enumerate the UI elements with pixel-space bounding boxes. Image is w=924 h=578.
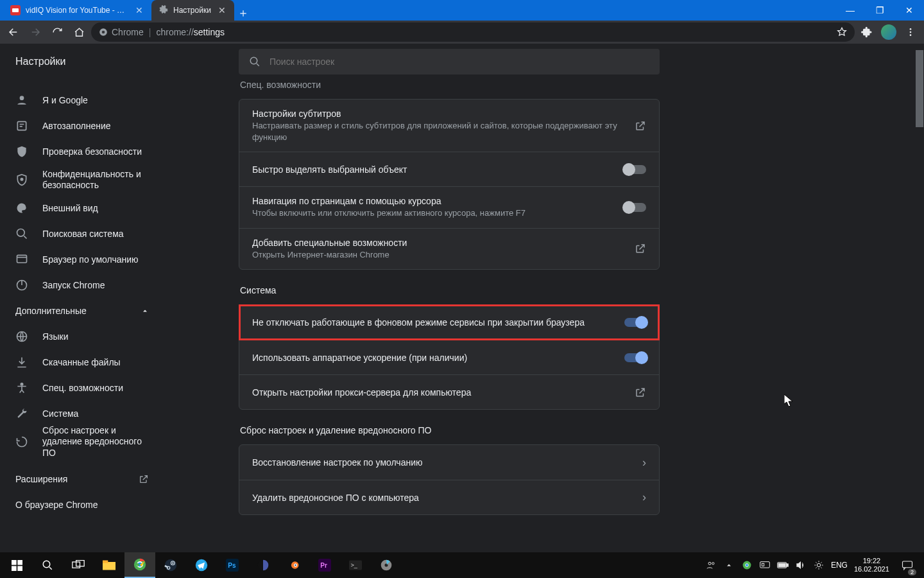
browser-tab-vidiq[interactable]: vidIQ Vision for YouTube - Инте ✕: [4, 0, 151, 21]
svg-point-4: [910, 28, 912, 30]
svg-point-10: [21, 179, 22, 180]
tray-chrome-icon[interactable]: [741, 559, 753, 571]
system-row[interactable]: Не отключать работающие в фоновом режиме…: [239, 305, 659, 340]
svg-point-45: [712, 563, 714, 565]
browser-menu-button[interactable]: [901, 22, 920, 42]
address-bar[interactable]: Chrome | chrome://settings: [91, 22, 855, 42]
svg-rect-19: [17, 566, 22, 571]
toggle-switch[interactable]: [624, 318, 646, 327]
tray-battery-icon[interactable]: [777, 559, 789, 571]
tray-people-icon[interactable]: [705, 559, 717, 571]
reset-row[interactable]: Удалить вредоносное ПО с компьютера›: [239, 480, 659, 514]
sidebar-item-label: Расширения: [15, 474, 67, 484]
taskbar-app-disc[interactable]: [371, 552, 402, 578]
accessibility-row[interactable]: Добавить специальные возможностиОткрыть …: [239, 228, 659, 270]
gear-icon: [158, 5, 168, 15]
taskbar-app-steam[interactable]: [155, 552, 186, 578]
start-button[interactable]: [1, 552, 32, 578]
toggle-switch[interactable]: [624, 353, 646, 362]
taskbar-app-cinema4d[interactable]: [248, 552, 278, 578]
nav-back-button[interactable]: [4, 22, 23, 42]
reset-row[interactable]: Восстановление настроек по умолчанию›: [239, 445, 659, 480]
download-icon: [15, 356, 28, 369]
nav-home-button[interactable]: [69, 22, 89, 42]
settings-search-input[interactable]: [270, 57, 649, 67]
tray-volume-icon[interactable]: [795, 559, 807, 571]
sidebar-item-label: Внешний вид: [42, 203, 98, 213]
sidebar-item-autofill[interactable]: Автозаполнение: [0, 113, 164, 139]
window-minimize-button[interactable]: —: [835, 0, 865, 21]
sidebar-item-appearance[interactable]: Внешний вид: [0, 195, 164, 221]
card-system: Не отключать работающие в фоновом режиме…: [239, 304, 660, 410]
taskbar-search-button[interactable]: [32, 552, 63, 578]
search-icon: [15, 227, 28, 240]
sidebar-item-languages[interactable]: Языки: [0, 324, 164, 349]
sidebar-item-system[interactable]: Система: [0, 401, 164, 426]
sidebar-advanced-toggle[interactable]: Дополнительные: [0, 298, 164, 324]
accessibility-row[interactable]: Навигация по страницам с помощью курсора…: [239, 186, 659, 228]
sidebar-item-you-and-google[interactable]: Я и Google: [0, 87, 164, 113]
extensions-button[interactable]: [857, 22, 877, 42]
task-view-button[interactable]: [63, 552, 94, 578]
svg-point-5: [910, 31, 912, 33]
system-row[interactable]: Использовать аппаратное ускорение (при н…: [239, 340, 659, 374]
taskbar-app-explorer[interactable]: [94, 552, 124, 578]
browser-tab-settings[interactable]: Настройки ✕: [151, 0, 234, 21]
window-maximize-button[interactable]: ❐: [865, 0, 894, 21]
card-reset: Восстановление настроек по умолчанию›Уда…: [239, 444, 660, 515]
nav-forward-button[interactable]: [26, 22, 45, 42]
svg-point-27: [165, 559, 176, 571]
sidebar-item-privacy[interactable]: Конфиденциальность и безопасность: [0, 164, 164, 195]
bookmark-star-icon[interactable]: [837, 27, 847, 37]
tray-brightness-icon[interactable]: [813, 559, 825, 571]
accessibility-row[interactable]: Настройки субтитровНастраивать размер и …: [239, 100, 659, 152]
tray-language-label[interactable]: ENG: [831, 561, 848, 570]
browser-icon: [15, 253, 28, 266]
row-subtitle: Чтобы включить или отключить режим актив…: [252, 207, 614, 219]
tray-input-icon[interactable]: [759, 559, 771, 571]
action-center-button[interactable]: 2: [896, 552, 919, 578]
settings-search[interactable]: [239, 49, 660, 74]
tray-chevron-up-icon[interactable]: [723, 559, 735, 571]
sidebar-item-safety-check[interactable]: Проверка безопасности: [0, 139, 164, 164]
sidebar-item-on-startup[interactable]: Запуск Chrome: [0, 272, 164, 298]
tray-clock[interactable]: 19:22 16.02.2021: [854, 557, 889, 573]
svg-point-6: [910, 34, 912, 36]
accessibility-row[interactable]: Быстро выделять выбранный объект: [239, 152, 659, 186]
url-scheme: chrome://: [156, 27, 193, 37]
svg-rect-12: [17, 255, 27, 263]
sidebar-item-about[interactable]: О браузере Chrome: [0, 492, 164, 518]
section-heading-reset: Сброс настроек и удаление вредоносного П…: [240, 425, 660, 435]
system-row[interactable]: Открыть настройки прокси-сервера для ком…: [239, 374, 659, 409]
row-title: Открыть настройки прокси-сервера для ком…: [252, 387, 624, 398]
tab-close-button[interactable]: ✕: [133, 5, 145, 15]
new-tab-button[interactable]: ＋: [234, 5, 252, 21]
svg-rect-54: [903, 561, 912, 568]
profile-avatar[interactable]: [879, 22, 898, 42]
taskbar-app-blender[interactable]: [278, 552, 309, 578]
sidebar-item-label: Конфиденциальность и безопасность: [42, 169, 149, 191]
sidebar-item-extensions[interactable]: Расширения: [0, 466, 164, 492]
svg-point-20: [43, 561, 50, 568]
sidebar-item-label: Браузер по умолчанию: [42, 254, 139, 265]
sidebar-item-accessibility[interactable]: Спец. возможности: [0, 375, 164, 401]
window-close-button[interactable]: ✕: [894, 0, 924, 21]
svg-rect-23: [103, 562, 116, 570]
nav-reload-button[interactable]: [47, 22, 67, 42]
taskbar-app-photoshop[interactable]: Ps: [217, 552, 248, 578]
tab-close-button[interactable]: ✕: [216, 5, 228, 15]
toggle-switch[interactable]: [624, 203, 646, 212]
sidebar-item-reset[interactable]: Сброс настроек и удаление вредоносного П…: [0, 426, 164, 457]
site-chip[interactable]: Chrome: [99, 27, 144, 37]
autofill-icon: [15, 119, 28, 132]
toggle-switch[interactable]: [624, 165, 646, 174]
sidebar-item-search-engine[interactable]: Поисковая система: [0, 221, 164, 247]
taskbar-app-chrome[interactable]: [124, 552, 155, 578]
tray-date: 16.02.2021: [854, 565, 889, 574]
taskbar-app-premiere[interactable]: Pr: [309, 552, 340, 578]
taskbar-app-terminal[interactable]: >_: [340, 552, 371, 578]
svg-point-8: [20, 96, 24, 100]
sidebar-item-downloads[interactable]: Скачанные файлы: [0, 349, 164, 375]
taskbar-app-telegram[interactable]: [186, 552, 217, 578]
sidebar-item-default-browser[interactable]: Браузер по умолчанию: [0, 247, 164, 272]
